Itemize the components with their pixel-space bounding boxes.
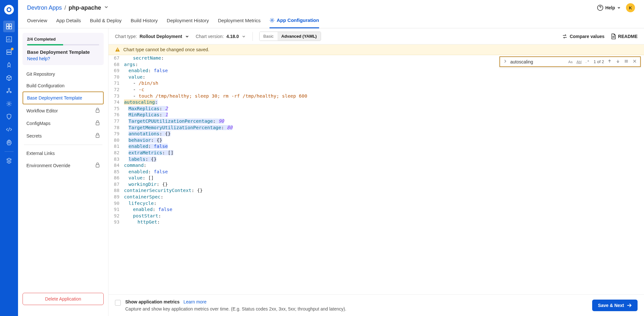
whole-word-icon[interactable]: Abl: [576, 59, 582, 64]
basic-tab[interactable]: Basic: [260, 32, 278, 41]
sidebar-item-workflow-editor[interactable]: Workflow Editor: [23, 104, 104, 117]
find-next-icon[interactable]: [615, 58, 621, 65]
lock-icon: [95, 120, 100, 126]
metrics-subtext: Capture and show key application metrics…: [125, 306, 346, 311]
lock-icon: [95, 133, 100, 139]
svg-point-0: [4, 5, 14, 14]
svg-rect-16: [96, 122, 99, 125]
svg-rect-7: [7, 53, 11, 54]
progress-card-title: Base Deployment Template: [27, 49, 99, 55]
sidebar-item-base-deployment-template[interactable]: Base Deployment Template: [23, 91, 104, 104]
tab-build-history[interactable]: Build History: [131, 17, 158, 28]
nav-code-icon[interactable]: [3, 124, 15, 135]
help-button[interactable]: Help: [597, 5, 621, 11]
sidebar-item-environment-override[interactable]: Environment Override: [23, 159, 104, 172]
compare-values-button[interactable]: Compare values: [562, 34, 604, 39]
chart-version-label: Chart version:: [196, 34, 224, 39]
warning-icon: [115, 47, 120, 52]
breadcrumb-current: php-apache: [69, 5, 101, 11]
nav-chart-icon[interactable]: [3, 34, 15, 45]
nav-cube-icon[interactable]: [3, 72, 15, 84]
warning-text: Chart type cannot be changed once saved.: [123, 47, 209, 52]
breadcrumb-sep: /: [64, 5, 66, 11]
view-mode-segment: Basic Advanced (YAML): [259, 32, 321, 41]
tab-app-configuration[interactable]: App Configuration: [270, 17, 319, 28]
svg-rect-2: [9, 24, 12, 26]
delete-application-button[interactable]: Delete Application: [23, 293, 104, 305]
breadcrumb-root[interactable]: Devtron Apps: [27, 5, 62, 11]
svg-rect-6: [7, 50, 11, 52]
tab-deployment-history[interactable]: Deployment History: [167, 17, 209, 28]
breadcrumb: Devtron Apps / php-apache: [27, 5, 109, 11]
svg-rect-17: [96, 135, 99, 138]
tabs: OverviewApp DetailsBuild & DeployBuild H…: [18, 12, 644, 28]
chevron-down-icon[interactable]: [104, 5, 109, 11]
sidebar-item-secrets[interactable]: Secrets: [23, 129, 104, 142]
svg-rect-15: [96, 110, 99, 112]
svg-rect-3: [6, 27, 9, 29]
tab-build-deploy[interactable]: Build & Deploy: [90, 17, 121, 28]
tab-deployment-metrics[interactable]: Deployment Metrics: [218, 17, 261, 28]
need-help-link[interactable]: Need help?: [27, 56, 99, 61]
avatar[interactable]: K: [626, 3, 635, 12]
lock-icon: [95, 108, 100, 114]
nav-stack-icon[interactable]: [3, 46, 15, 58]
chart-type-label: Chart type:: [115, 34, 137, 39]
progress-text: 2/4 Completed: [27, 37, 99, 42]
progress-bar: [27, 44, 99, 45]
svg-rect-4: [9, 27, 12, 29]
readme-button[interactable]: README: [611, 34, 638, 39]
match-case-icon[interactable]: Aa: [568, 59, 573, 64]
metrics-heading: Show application metrics: [125, 299, 180, 304]
nav-shield-icon[interactable]: [3, 111, 15, 122]
warning-banner: Chart type cannot be changed once saved.: [109, 44, 644, 55]
find-expand-icon[interactable]: [503, 59, 508, 65]
learn-more-link[interactable]: Learn more: [184, 299, 207, 304]
chart-type-value[interactable]: Rollout Deployment: [139, 34, 182, 39]
help-label: Help: [605, 5, 615, 10]
svg-point-12: [8, 142, 10, 143]
chevron-down-icon[interactable]: [185, 34, 189, 39]
progress-card: 2/4 Completed Base Deployment Template N…: [23, 33, 104, 65]
sidebar-item-git-repository[interactable]: Git Repository: [23, 68, 104, 80]
editor-toolbar: Chart type: Rollout Deployment Chart ver…: [109, 28, 644, 44]
lock-icon: [95, 162, 100, 168]
find-selection-icon[interactable]: [623, 58, 629, 65]
svg-rect-18: [96, 165, 99, 167]
config-sidebar: 2/4 Completed Base Deployment Template N…: [18, 28, 108, 316]
footer: Show application metrics Learn more Capt…: [109, 294, 644, 316]
chevron-down-icon[interactable]: [242, 34, 246, 39]
metrics-checkbox[interactable]: [115, 300, 121, 306]
icon-rail: [0, 0, 18, 316]
svg-point-8: [8, 88, 10, 90]
save-next-button[interactable]: Save & Next: [592, 300, 638, 311]
nav-settings-icon[interactable]: [3, 137, 15, 148]
regex-icon[interactable]: .＊: [585, 58, 591, 65]
svg-point-14: [271, 19, 273, 21]
nav-gear-icon[interactable]: [3, 98, 15, 110]
devtron-logo[interactable]: [3, 3, 15, 16]
nav-layers-icon[interactable]: [3, 155, 15, 167]
find-widget: Aa Abl .＊ 1 of 2: [499, 56, 641, 67]
find-close-icon[interactable]: [632, 58, 638, 65]
nav-rocket-icon[interactable]: [3, 59, 15, 71]
svg-rect-1: [6, 24, 9, 26]
advanced-yaml-tab[interactable]: Advanced (YAML): [278, 32, 321, 41]
yaml-editor[interactable]: 67secretName:68args:69enabled: false70va…: [109, 55, 644, 294]
sidebar-item-external-links[interactable]: External Links: [23, 148, 104, 159]
tab-overview[interactable]: Overview: [27, 17, 47, 28]
find-count: 1 of 2: [593, 59, 604, 64]
find-prev-icon[interactable]: [607, 58, 612, 65]
svg-point-11: [8, 103, 10, 105]
tab-app-details[interactable]: App Details: [56, 17, 81, 28]
nav-apps-icon[interactable]: [3, 21, 15, 32]
chart-version-value[interactable]: 4.18.0: [226, 34, 239, 39]
find-input[interactable]: [510, 59, 565, 64]
sidebar-item-configmaps[interactable]: ConfigMaps: [23, 117, 104, 129]
nav-nodes-icon[interactable]: [3, 85, 15, 97]
sidebar-item-build-configuration[interactable]: Build Configuration: [23, 80, 104, 91]
